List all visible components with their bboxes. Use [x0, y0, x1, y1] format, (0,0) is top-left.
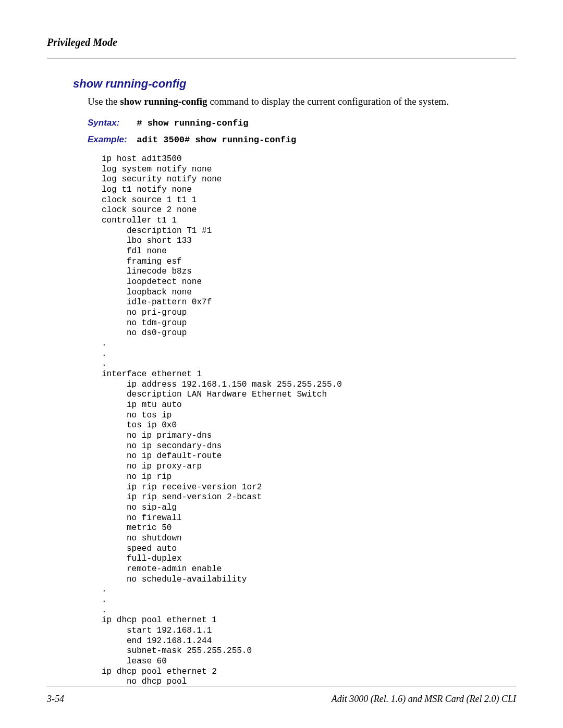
intro-suffix: command to display the current configura…	[207, 96, 449, 107]
page-number: 3-54	[47, 694, 64, 705]
example-label: Example:	[88, 134, 134, 145]
syntax-value: # show running-config	[137, 118, 248, 128]
section-title: show running-config	[73, 77, 516, 91]
mode-header: Privileged Mode	[47, 36, 516, 48]
example-value: adit 3500# show running-config	[137, 135, 296, 145]
doc-title: Adit 3000 (Rel. 1.6) and MSR Card (Rel 2…	[332, 694, 516, 705]
header-divider	[47, 58, 516, 58]
config-output: ip host adit3500 log system notify none …	[102, 154, 516, 687]
intro-text: Use the show running-config command to d…	[88, 96, 516, 107]
footer-divider	[47, 686, 516, 686]
footer-row: 3-54 Adit 3000 (Rel. 1.6) and MSR Card (…	[47, 694, 516, 705]
page-footer: 3-54 Adit 3000 (Rel. 1.6) and MSR Card (…	[47, 686, 516, 705]
example-row: Example: adit 3500# show running-config	[88, 134, 516, 145]
syntax-label: Syntax:	[88, 118, 134, 128]
intro-command: show running-config	[120, 96, 207, 107]
intro-prefix: Use the	[88, 96, 120, 107]
syntax-row: Syntax: # show running-config	[88, 118, 516, 128]
content-region: show running-config Use the show running…	[73, 77, 516, 687]
